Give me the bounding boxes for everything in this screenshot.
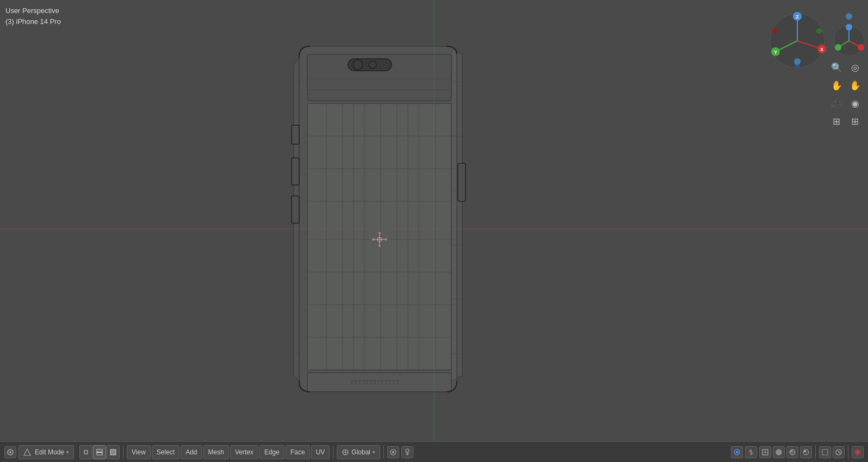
svg-point-100	[804, 450, 806, 452]
svg-point-71	[846, 24, 852, 30]
viewport-shading-wire[interactable]	[759, 446, 771, 458]
viewport-display-tool[interactable]: ⊞	[847, 114, 863, 129]
viewport-gizmo-tool[interactable]: ✋	[847, 78, 863, 93]
edge-menu[interactable]: Edge	[259, 445, 284, 459]
separator-1	[123, 446, 123, 459]
svg-rect-30	[292, 158, 299, 185]
svg-text:X: X	[820, 47, 823, 52]
svg-point-3	[369, 61, 376, 69]
svg-point-64	[794, 58, 801, 65]
svg-point-63	[816, 28, 822, 34]
svg-point-2	[353, 60, 363, 70]
svg-point-89	[736, 451, 739, 453]
view-menu[interactable]: View	[127, 445, 151, 459]
svg-point-97	[790, 449, 795, 455]
mode-label: Edit Mode	[35, 448, 64, 456]
gizmo-toggle[interactable]	[745, 446, 757, 458]
viewport-shading-render[interactable]	[800, 446, 812, 458]
gizmo-svg-2	[833, 8, 865, 73]
mode-dropdown-arrow: ▾	[66, 449, 69, 455]
proportional-edit-btn[interactable]	[387, 446, 399, 458]
separator-4	[815, 446, 816, 459]
render-mode-btn[interactable]	[833, 446, 845, 458]
select-menu[interactable]: Select	[152, 445, 179, 459]
render-region-btn[interactable]	[819, 446, 831, 458]
viewport[interactable]: User Perspective (3) iPhone 14 Pro .wire…	[0, 0, 868, 462]
svg-rect-32	[458, 163, 466, 201]
separator-5	[848, 446, 848, 459]
svg-point-67	[858, 44, 864, 51]
face-select-btn[interactable]	[107, 445, 120, 459]
edge-select-btn[interactable]	[93, 445, 106, 459]
svg-rect-33	[307, 373, 451, 392]
vertex-select-btn[interactable]	[79, 445, 92, 459]
mode-icon[interactable]	[4, 446, 16, 458]
add-menu[interactable]: Add	[181, 445, 202, 459]
mesh-select-row	[79, 445, 120, 459]
vertex-menu[interactable]: Vertex	[230, 445, 258, 459]
svg-point-98	[790, 450, 792, 452]
svg-text:Z: Z	[796, 14, 799, 20]
svg-rect-101	[822, 449, 828, 455]
transform-orientation[interactable]: Global ▾	[337, 445, 380, 459]
svg-rect-29	[292, 125, 299, 144]
svg-point-72	[846, 13, 852, 20]
svg-point-24	[379, 239, 381, 241]
svg-text:Y: Y	[774, 50, 777, 55]
viewport-shading-tool[interactable]: ◉	[847, 96, 863, 111]
phone-svg: .wire { stroke: #333; stroke-width: 1; f…	[266, 27, 495, 408]
auto-keying-btn[interactable]	[852, 446, 864, 458]
svg-rect-31	[292, 196, 299, 223]
separator-3	[383, 446, 384, 459]
phone-wireframe: .wire { stroke: #333; stroke-width: 1; f…	[266, 27, 484, 397]
bottom-toolbar: Edit Mode ▾	[0, 441, 868, 462]
uv-menu[interactable]: UV	[311, 445, 330, 459]
camera-tool[interactable]: 🎥	[829, 96, 844, 111]
svg-point-106	[856, 451, 859, 454]
svg-point-85	[406, 449, 409, 452]
svg-marker-75	[24, 449, 30, 455]
separator-2	[333, 446, 333, 459]
svg-line-104	[839, 452, 840, 453]
svg-point-84	[392, 451, 394, 453]
svg-rect-79	[110, 449, 116, 455]
svg-point-96	[776, 449, 782, 455]
gizmo-svg: Z X Y	[765, 8, 830, 73]
pan-tool[interactable]: ✋	[829, 78, 844, 93]
svg-point-99	[803, 449, 809, 455]
navigation-gizmo[interactable]: Z X Y	[765, 8, 830, 73]
snap-btn[interactable]	[401, 446, 413, 458]
perspective-label: User Perspective	[5, 5, 61, 16]
svg-point-74	[9, 451, 11, 453]
mesh-menu[interactable]: Mesh	[203, 445, 229, 459]
svg-point-62	[772, 28, 777, 34]
face-menu[interactable]: Face	[286, 445, 310, 459]
viewport-shading-solid[interactable]	[773, 446, 785, 458]
overlay-toggle[interactable]	[731, 446, 743, 458]
viewport-info: User Perspective (3) iPhone 14 Pro	[5, 5, 61, 27]
grid-tool[interactable]: ⊞	[829, 114, 844, 129]
svg-point-69	[835, 44, 841, 51]
object-label: (3) iPhone 14 Pro	[5, 16, 61, 27]
svg-rect-76	[84, 451, 88, 454]
viewport-shading-material[interactable]	[786, 446, 798, 458]
mode-selector[interactable]: Edit Mode ▾	[18, 445, 74, 459]
gizmo-area-2	[833, 8, 865, 73]
